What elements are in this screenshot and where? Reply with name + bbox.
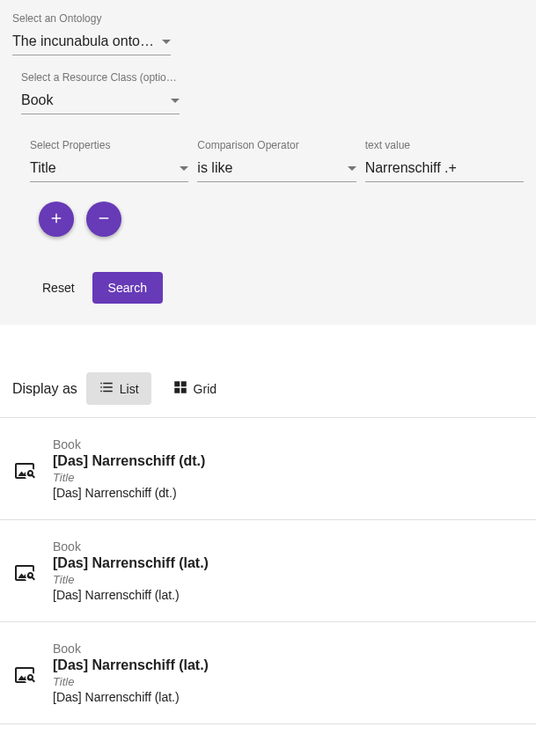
- result-item[interactable]: Book[Das] Narrenschiff (lat.)Title[Das] …: [0, 622, 536, 724]
- chevron-down-icon: [171, 99, 180, 103]
- property-select[interactable]: Title: [30, 157, 188, 182]
- property-field: Select Properties Title: [30, 139, 188, 182]
- resource-class-select[interactable]: Book: [21, 89, 180, 114]
- operator-label: Comparison Operator: [197, 139, 356, 151]
- result-property-label: Title: [53, 573, 522, 586]
- result-body: Book[Das] Narrenschiff (lat.)Title[Das] …: [53, 642, 522, 704]
- operator-field: Comparison Operator is like: [197, 139, 356, 182]
- text-value-field: text value: [365, 139, 524, 182]
- display-list-button[interactable]: List: [86, 372, 151, 405]
- result-item[interactable]: Book[Das] Narrenschiff (dt.)Title[Das] N…: [0, 418, 536, 520]
- ontology-select[interactable]: The incunabula onto…: [12, 30, 171, 55]
- list-icon: [99, 379, 114, 398]
- action-row: Reset Search: [39, 272, 524, 304]
- plus-icon: [48, 210, 64, 229]
- search-button[interactable]: Search: [92, 272, 163, 304]
- image-search-icon: [14, 562, 35, 584]
- result-list: Book[Das] Narrenschiff (dt.)Title[Das] N…: [0, 418, 536, 724]
- result-title: [Das] Narrenschiff (lat.): [53, 657, 522, 673]
- display-bar: Display as List Grid: [0, 360, 536, 418]
- image-search-icon: [14, 460, 35, 481]
- ontology-label: Select an Ontology: [12, 12, 171, 25]
- ontology-value: The incunabula onto…: [12, 33, 155, 49]
- property-label: Select Properties: [30, 139, 188, 151]
- chevron-down-icon: [348, 166, 356, 171]
- result-property-value: [Das] Narrenschiff (lat.): [53, 588, 522, 602]
- result-type: Book: [53, 539, 522, 554]
- result-property-value: [Das] Narrenschiff (lat.): [53, 690, 522, 704]
- chevron-down-icon: [180, 166, 188, 171]
- display-list-label: List: [120, 382, 139, 396]
- criteria-controls: [39, 202, 524, 237]
- result-body: Book[Das] Narrenschiff (dt.)Title[Das] N…: [53, 437, 522, 500]
- result-title: [Das] Narrenschiff (dt.): [53, 453, 522, 469]
- text-value-label: text value: [365, 139, 524, 151]
- chevron-down-icon: [162, 40, 171, 44]
- criteria-row: Select Properties Title Comparison Opera…: [30, 139, 524, 182]
- remove-criteria-button[interactable]: [86, 202, 121, 237]
- search-panel: Select an Ontology The incunabula onto… …: [0, 0, 536, 325]
- result-title: [Das] Narrenschiff (lat.): [53, 555, 522, 571]
- result-property-value: [Das] Narrenschiff (dt.): [53, 486, 522, 500]
- add-criteria-button[interactable]: [39, 202, 74, 237]
- result-property-label: Title: [53, 471, 522, 484]
- result-body: Book[Das] Narrenschiff (lat.)Title[Das] …: [53, 539, 522, 602]
- resource-class-value: Book: [21, 92, 164, 108]
- minus-icon: [96, 210, 112, 229]
- display-grid-button[interactable]: Grid: [160, 372, 229, 405]
- operator-value: is like: [197, 160, 340, 176]
- result-property-label: Title: [53, 675, 522, 688]
- property-value: Title: [30, 160, 173, 176]
- operator-select[interactable]: is like: [197, 157, 356, 182]
- display-as-label: Display as: [12, 381, 77, 397]
- resource-class-label: Select a Resource Class (optio…: [21, 71, 180, 84]
- display-grid-label: Grid: [194, 382, 217, 396]
- result-item[interactable]: Book[Das] Narrenschiff (lat.)Title[Das] …: [0, 520, 536, 622]
- image-search-icon: [14, 664, 35, 686]
- grid-icon: [173, 379, 188, 398]
- ontology-field: Select an Ontology The incunabula onto…: [12, 12, 171, 55]
- resource-class-field: Select a Resource Class (optio… Book: [21, 71, 180, 114]
- result-type: Book: [53, 642, 522, 656]
- result-type: Book: [53, 437, 522, 451]
- reset-button[interactable]: Reset: [39, 274, 78, 302]
- text-value-input[interactable]: [365, 157, 524, 182]
